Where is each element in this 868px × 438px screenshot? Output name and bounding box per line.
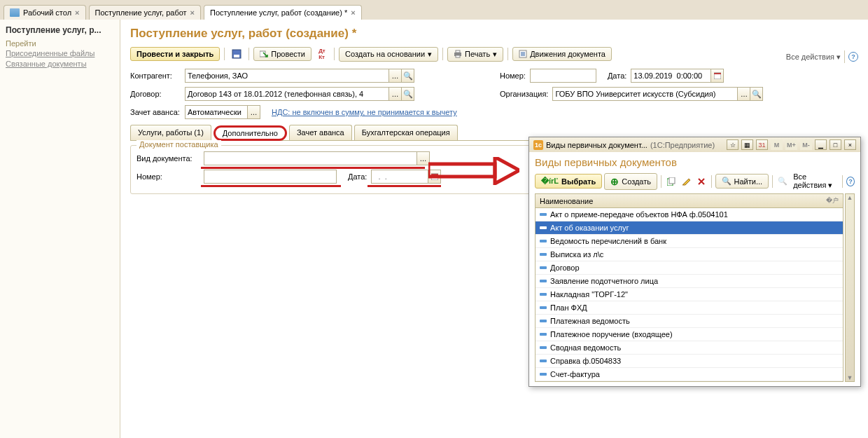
contract-input[interactable] (185, 87, 389, 101)
favorite-icon[interactable]: ☆ (727, 139, 738, 150)
supplier-date-input[interactable] (371, 170, 428, 184)
find-button[interactable]: 🔍 Найти... (715, 174, 769, 189)
post-icon (260, 50, 268, 58)
supplier-number-input[interactable] (204, 170, 337, 184)
doc-types-dialog: 1c Виды первичных документ... (1С:Предпр… (528, 137, 861, 387)
svg-rect-14 (428, 164, 495, 177)
desktop-icon (10, 8, 20, 17)
tab-accounting[interactable]: Бухгалтерская операция (354, 125, 458, 140)
help-icon[interactable]: ? (848, 52, 858, 62)
close-button[interactable]: × (844, 139, 856, 150)
sort-icon: �户 (826, 196, 839, 205)
scroll-up-icon[interactable]: ▲ (847, 194, 853, 201)
list-item[interactable]: Договор (536, 261, 843, 275)
calendar-icon[interactable]: 31 (756, 139, 768, 150)
org-input[interactable] (552, 87, 738, 101)
m-minus-button[interactable]: M- (800, 139, 812, 150)
grid-icon[interactable]: ▦ (741, 139, 753, 150)
annotation-arrow (428, 157, 519, 185)
list-item[interactable]: Акт о приеме-передаче объектов НФА ф.050… (536, 208, 843, 221)
scroll-down-icon[interactable]: ▼ (847, 374, 853, 381)
list-item[interactable]: Справка ф.0504833 (536, 355, 843, 368)
magnifier-icon[interactable]: 🔍 (402, 69, 414, 83)
close-icon[interactable]: × (351, 8, 355, 17)
delete-icon[interactable] (694, 174, 707, 189)
tab-desktop[interactable]: Рабочий стол × (4, 5, 86, 20)
item-icon (540, 360, 547, 362)
annotation-underline (201, 185, 341, 187)
tab-doc-1[interactable]: Поступление услуг, работ × (89, 5, 202, 20)
list-header[interactable]: Наименование �户 (535, 193, 844, 208)
dialog-titlebar[interactable]: 1c Виды первичных документ... (1С:Предпр… (529, 137, 860, 152)
scrollbar[interactable]: ▲ ▼ (845, 193, 855, 382)
tab-additional[interactable]: Дополнительно (214, 125, 287, 141)
printer-icon (454, 50, 462, 58)
select-button[interactable]: �írĽ Выбрать (535, 174, 602, 189)
chevron-down-icon: ▾ (493, 50, 497, 59)
ellipsis-button[interactable]: … (738, 87, 750, 101)
list-item[interactable]: Счет-фактура (536, 368, 843, 381)
svg-rect-17 (669, 177, 675, 184)
help-icon[interactable]: ? (846, 177, 855, 186)
item-icon (540, 373, 547, 376)
item-icon (540, 226, 547, 229)
sidebar: Поступление услуг, р... Перейти Присоеди… (0, 20, 120, 438)
app-icon: 1c (533, 140, 543, 150)
minimize-button[interactable]: ▁ (815, 139, 827, 150)
doc-type-input[interactable] (204, 151, 417, 165)
vat-info-link[interactable]: НДС: не включен в сумму, не принимается … (272, 108, 457, 116)
ellipsis-button[interactable]: … (389, 69, 402, 83)
list-item[interactable]: Сводная ведомость (536, 341, 843, 355)
create-based-button[interactable]: Создать на основании ▾ (339, 47, 438, 62)
doc-type-label: Вид документа: (136, 154, 200, 163)
contractor-input[interactable] (185, 69, 389, 83)
magnifier-icon[interactable]: 🔍 (750, 87, 763, 101)
svg-rect-1 (234, 55, 239, 57)
close-icon[interactable]: × (190, 8, 195, 17)
list-item[interactable]: Заявление подотчетного лица (536, 275, 843, 288)
ellipsis-button[interactable]: … (389, 87, 402, 101)
item-label: Сводная ведомость (550, 343, 621, 352)
sidebar-related-docs[interactable]: Связанные документы (6, 60, 114, 68)
list-item[interactable]: Платежное поручение (входящее) (536, 328, 843, 341)
tab-doc-2[interactable]: Поступление услуг, работ (создание) * × (204, 5, 362, 20)
ellipsis-button[interactable]: … (248, 105, 260, 119)
item-label: План ФХД (550, 303, 587, 312)
list-item[interactable]: Ведомость перечислений в банк (536, 235, 843, 248)
sidebar-attached-files[interactable]: Присоединенные файлы (6, 49, 114, 57)
save-icon[interactable] (229, 46, 244, 62)
all-actions-link[interactable]: Все действия ▾ ? (786, 50, 858, 63)
copy-icon[interactable] (665, 174, 678, 189)
dtkt-icon[interactable]: ДтКт (314, 46, 330, 62)
print-button[interactable]: Печать ▾ (447, 47, 503, 62)
maximize-button[interactable]: □ (830, 139, 841, 150)
post-button[interactable]: Провести (253, 47, 312, 61)
fieldset-legend: Документ поставщика (136, 140, 221, 149)
search-icon: 🔍 (722, 177, 732, 186)
item-label: Договор (550, 264, 580, 272)
date-input[interactable] (631, 69, 711, 83)
edit-icon[interactable] (680, 174, 692, 189)
sidebar-go[interactable]: Перейти (6, 39, 114, 48)
list-item[interactable]: Выписка из л\с (536, 248, 843, 261)
calendar-icon[interactable] (711, 69, 724, 83)
clear-search-icon[interactable]: 🔍 (776, 174, 789, 189)
list-item[interactable]: План ФХД (536, 301, 843, 315)
tab-advance[interactable]: Зачет аванса (289, 125, 352, 140)
list-item[interactable]: Платежная ведомость (536, 315, 843, 328)
magnifier-icon[interactable]: 🔍 (402, 87, 414, 101)
advance-input[interactable] (185, 105, 248, 119)
movements-button[interactable]: Движения документа (512, 47, 612, 61)
number-input[interactable] (530, 69, 596, 83)
post-and-close-button[interactable]: Провести и закрыть (130, 47, 220, 61)
m-button[interactable]: M (771, 139, 783, 150)
create-button[interactable]: ⊕ Создать (604, 173, 657, 190)
list-item[interactable]: Акт об оказании услуг (536, 221, 843, 235)
list-item[interactable]: Накладная "ТОРГ-12" (536, 288, 843, 301)
dialog-all-actions[interactable]: Все действия ▾ (793, 172, 839, 190)
m-plus-button[interactable]: M+ (785, 139, 797, 150)
close-icon[interactable]: × (75, 8, 79, 17)
sidebar-title: Поступление услуг, р... (6, 25, 114, 35)
item-icon (540, 253, 547, 256)
tab-services[interactable]: Услуги, работы (1) (130, 125, 211, 140)
